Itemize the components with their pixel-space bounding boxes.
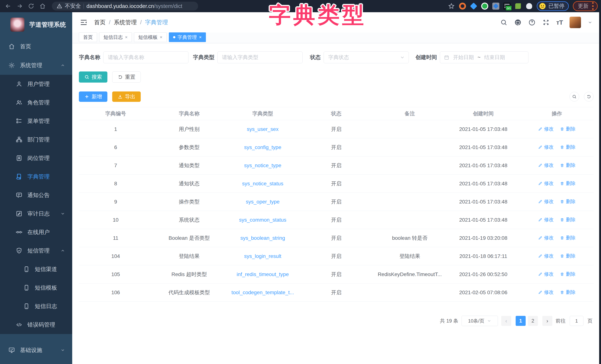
reload-icon[interactable] — [26, 1, 36, 11]
search-icon[interactable] — [500, 19, 508, 26]
cell-type[interactable]: sys_notice_type — [226, 156, 299, 175]
delete-button[interactable]: 删除 — [560, 180, 575, 187]
sidebar-item[interactable]: 菜单管理 — [0, 112, 72, 130]
edit-button[interactable]: 修改 — [538, 235, 554, 241]
extension-icon[interactable] — [515, 3, 521, 9]
chevron-down-icon[interactable] — [588, 20, 592, 25]
user-avatar[interactable] — [570, 17, 581, 28]
tab-4[interactable]: 字典管理× — [169, 32, 206, 42]
dict-type-link[interactable]: sys_boolean_string — [240, 235, 285, 241]
edit-button[interactable]: 修改 — [538, 198, 554, 205]
tab-3[interactable]: 短信模板× — [134, 32, 167, 42]
close-icon[interactable]: × — [160, 35, 162, 40]
sidebar-item[interactable]: 部门管理 — [0, 130, 72, 149]
close-icon[interactable]: × — [199, 35, 202, 40]
forward-icon[interactable] — [15, 1, 24, 11]
toggle-search-button[interactable] — [570, 92, 579, 101]
dict-type-link[interactable]: sys_oper_type — [246, 199, 280, 205]
goto-page-input[interactable] — [570, 316, 583, 326]
edit-button[interactable]: 修改 — [538, 289, 554, 295]
update-button[interactable]: 更新 ••• — [573, 1, 598, 11]
edit-button[interactable]: 修改 — [538, 126, 554, 132]
delete-button[interactable]: 删除 — [560, 216, 575, 223]
prev-page-button[interactable]: ‹ — [501, 316, 511, 326]
bookmark-star-icon[interactable] — [448, 3, 455, 10]
sidebar-item[interactable]: 系统管理 — [0, 56, 72, 75]
dict-type-link[interactable]: sys_user_sex — [247, 126, 279, 132]
dict-type-link[interactable]: sys_login_result — [244, 253, 281, 259]
page-button-2[interactable]: 2 — [528, 316, 538, 326]
cell-type[interactable]: sys_user_sex — [226, 120, 299, 138]
date-range-picker[interactable]: 开始日期 ~ 结束日期 — [440, 51, 528, 63]
app-logo[interactable]: 芋道管理系统 — [0, 12, 72, 37]
cell-type[interactable]: sys_login_result — [226, 247, 299, 265]
tab-1[interactable]: 首页 — [79, 32, 97, 42]
cell-type[interactable]: inf_redis_timeout_type — [226, 265, 299, 283]
sidebar-item[interactable]: 审计日志 — [0, 204, 72, 223]
add-button[interactable]: 新增 — [79, 91, 107, 102]
status-select[interactable]: 字典状态 — [324, 51, 409, 63]
sidebar-item[interactable]: 短信日志 — [0, 297, 72, 315]
search-button[interactable]: 搜索 — [79, 71, 107, 82]
dict-type-link[interactable]: sys_notice_type — [244, 162, 281, 168]
delete-button[interactable]: 删除 — [560, 289, 575, 295]
dict-type-link[interactable]: sys_common_status — [239, 217, 286, 223]
extension-icon[interactable] — [459, 3, 466, 10]
fullscreen-icon[interactable] — [542, 19, 550, 26]
cell-type[interactable]: sys_boolean_string — [226, 229, 299, 247]
sidebar-item[interactable]: 错误码管理 — [0, 315, 72, 334]
extension-icon[interactable] — [526, 3, 532, 9]
sidebar-item[interactable]: 岗位管理 — [0, 149, 72, 167]
next-page-button[interactable]: › — [542, 316, 552, 326]
dict-type-link[interactable]: inf_redis_timeout_type — [237, 272, 289, 277]
back-icon[interactable] — [3, 1, 13, 11]
breadcrumb-system[interactable]: 系统管理 — [114, 19, 137, 26]
extension-icon[interactable] — [492, 3, 499, 10]
extension-icon[interactable]: on — [503, 3, 511, 10]
help-icon[interactable] — [528, 19, 536, 26]
cell-type[interactable]: tool_codegen_template_t... — [226, 283, 299, 302]
sidebar-item[interactable]: 角色管理 — [0, 93, 72, 112]
sidebar-item[interactable]: 字典管理 — [0, 167, 72, 186]
sidebar-item[interactable]: 用户管理 — [0, 75, 72, 93]
sidebar-item[interactable]: 短信管理 — [0, 242, 72, 260]
url-bar[interactable]: 不安全 dashboard.yudao.iocoder.cn/system/di… — [52, 2, 198, 10]
cell-type[interactable]: sys_config_type — [226, 138, 299, 156]
delete-button[interactable]: 删除 — [560, 144, 575, 150]
dict-type-input[interactable] — [217, 51, 302, 63]
sidebar-item[interactable]: 短信模板 — [0, 278, 72, 297]
extension-icon[interactable] — [481, 3, 488, 10]
edit-button[interactable]: 修改 — [538, 271, 554, 277]
sidebar-item[interactable]: 在线用户 — [0, 223, 72, 242]
cell-type[interactable]: sys_common_status — [226, 211, 299, 229]
delete-button[interactable]: 删除 — [560, 198, 575, 205]
dict-name-input[interactable] — [103, 51, 189, 63]
dict-type-link[interactable]: sys_notice_status — [242, 181, 283, 186]
refresh-table-button[interactable] — [584, 92, 594, 101]
github-icon[interactable] — [514, 19, 521, 26]
delete-button[interactable]: 删除 — [560, 271, 575, 277]
delete-button[interactable]: 删除 — [560, 126, 575, 132]
dict-type-link[interactable]: sys_config_type — [244, 144, 281, 150]
edit-button[interactable]: 修改 — [538, 162, 554, 169]
home-nav-icon[interactable] — [38, 1, 47, 11]
edit-button[interactable]: 修改 — [538, 180, 554, 187]
delete-button[interactable]: 删除 — [560, 253, 575, 259]
close-icon[interactable]: × — [125, 35, 128, 40]
edit-button[interactable]: 修改 — [538, 144, 554, 150]
font-size-icon[interactable]: ᴛT — [556, 19, 563, 26]
sidebar-item[interactable]: 通知公告 — [0, 186, 72, 204]
sidebar-item[interactable]: 短信渠道 — [0, 260, 72, 278]
cell-type[interactable]: sys_oper_type — [226, 193, 299, 211]
collapse-sidebar-icon[interactable] — [80, 18, 88, 27]
page-button-1[interactable]: 1 — [516, 316, 526, 326]
reset-button[interactable]: 重置 — [112, 71, 141, 82]
sidebar-item[interactable]: 基础设施 — [0, 341, 72, 360]
dict-type-link[interactable]: tool_codegen_template_t... — [231, 290, 294, 295]
breadcrumb-home[interactable]: 首页 — [94, 19, 106, 26]
sidebar-item[interactable]: 首页 — [0, 37, 72, 56]
tab-2[interactable]: 短信日志× — [99, 32, 132, 42]
browser-menu-icon[interactable]: ••• — [591, 1, 594, 11]
extension-icon[interactable] — [470, 3, 477, 10]
page-size-select[interactable]: 10条/页 — [461, 316, 498, 326]
